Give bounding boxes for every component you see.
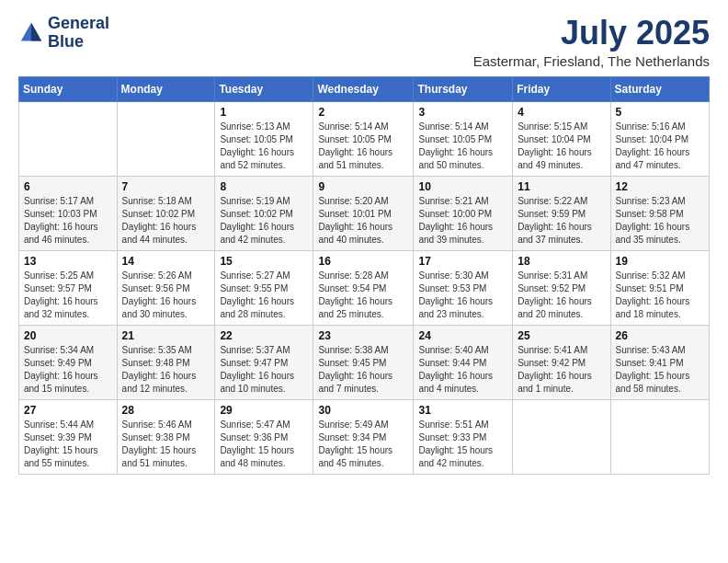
day-number: 29 (220, 404, 308, 417)
day-number: 28 (122, 404, 210, 417)
calendar-cell: 27Sunrise: 5:44 AM Sunset: 9:39 PM Dayli… (19, 399, 118, 474)
svg-marker-1 (31, 23, 41, 41)
day-info: Sunrise: 5:27 AM Sunset: 9:55 PM Dayligh… (220, 270, 308, 321)
column-header-monday: Monday (117, 76, 215, 101)
calendar-cell: 10Sunrise: 5:21 AM Sunset: 10:00 PM Dayl… (414, 176, 513, 250)
month-title: July 2025 (473, 15, 710, 52)
calendar-cell: 13Sunrise: 5:25 AM Sunset: 9:57 PM Dayli… (19, 250, 118, 325)
calendar-cell: 29Sunrise: 5:47 AM Sunset: 9:36 PM Dayli… (215, 399, 313, 474)
day-number: 18 (518, 255, 605, 268)
day-info: Sunrise: 5:46 AM Sunset: 9:38 PM Dayligh… (122, 419, 210, 470)
day-number: 23 (318, 329, 408, 342)
day-number: 2 (318, 106, 408, 119)
day-info: Sunrise: 5:37 AM Sunset: 9:47 PM Dayligh… (220, 344, 308, 396)
calendar-cell (19, 101, 118, 176)
day-number: 21 (122, 329, 210, 342)
day-info: Sunrise: 5:21 AM Sunset: 10:00 PM Daylig… (418, 195, 507, 247)
day-info: Sunrise: 5:31 AM Sunset: 9:52 PM Dayligh… (518, 270, 605, 321)
calendar-cell: 12Sunrise: 5:23 AM Sunset: 9:58 PM Dayli… (610, 176, 709, 250)
day-info: Sunrise: 5:18 AM Sunset: 10:02 PM Daylig… (122, 195, 210, 247)
day-info: Sunrise: 5:14 AM Sunset: 10:05 PM Daylig… (318, 121, 408, 172)
calendar-cell: 31Sunrise: 5:51 AM Sunset: 9:33 PM Dayli… (414, 399, 513, 474)
calendar-table: SundayMondayTuesdayWednesdayThursdayFrid… (18, 76, 710, 475)
day-info: Sunrise: 5:38 AM Sunset: 9:45 PM Dayligh… (318, 344, 408, 396)
calendar-cell: 30Sunrise: 5:49 AM Sunset: 9:34 PM Dayli… (313, 399, 414, 474)
week-row-2: 6Sunrise: 5:17 AM Sunset: 10:03 PM Dayli… (19, 176, 710, 250)
calendar-cell: 22Sunrise: 5:37 AM Sunset: 9:47 PM Dayli… (215, 325, 313, 399)
day-number: 4 (518, 106, 605, 119)
logo-text: General Blue (48, 15, 109, 52)
calendar-cell: 9Sunrise: 5:20 AM Sunset: 10:01 PM Dayli… (313, 176, 414, 250)
day-number: 10 (418, 180, 507, 193)
day-number: 31 (418, 404, 507, 417)
column-header-friday: Friday (513, 76, 610, 101)
calendar-cell: 25Sunrise: 5:41 AM Sunset: 9:42 PM Dayli… (513, 325, 610, 399)
location-title: Eastermar, Friesland, The Netherlands (473, 53, 710, 69)
week-row-5: 27Sunrise: 5:44 AM Sunset: 9:39 PM Dayli… (19, 399, 710, 474)
day-info: Sunrise: 5:15 AM Sunset: 10:04 PM Daylig… (518, 121, 605, 172)
calendar-cell: 5Sunrise: 5:16 AM Sunset: 10:04 PM Dayli… (610, 101, 709, 176)
day-info: Sunrise: 5:49 AM Sunset: 9:34 PM Dayligh… (318, 419, 408, 470)
column-header-thursday: Thursday (414, 76, 513, 101)
column-header-saturday: Saturday (610, 76, 709, 101)
day-number: 3 (418, 106, 507, 119)
calendar-cell: 24Sunrise: 5:40 AM Sunset: 9:44 PM Dayli… (414, 325, 513, 399)
day-number: 20 (24, 329, 112, 342)
calendar-cell: 17Sunrise: 5:30 AM Sunset: 9:53 PM Dayli… (414, 250, 513, 325)
day-info: Sunrise: 5:34 AM Sunset: 9:49 PM Dayligh… (24, 344, 112, 396)
day-number: 8 (220, 180, 308, 193)
day-number: 5 (616, 106, 704, 119)
week-row-4: 20Sunrise: 5:34 AM Sunset: 9:49 PM Dayli… (19, 325, 710, 399)
day-info: Sunrise: 5:16 AM Sunset: 10:04 PM Daylig… (616, 121, 704, 172)
day-number: 26 (616, 329, 704, 342)
calendar-cell: 4Sunrise: 5:15 AM Sunset: 10:04 PM Dayli… (513, 101, 610, 176)
day-info: Sunrise: 5:44 AM Sunset: 9:39 PM Dayligh… (24, 419, 112, 470)
day-number: 27 (24, 404, 112, 417)
day-number: 14 (122, 255, 210, 268)
calendar-cell: 6Sunrise: 5:17 AM Sunset: 10:03 PM Dayli… (19, 176, 118, 250)
day-info: Sunrise: 5:43 AM Sunset: 9:41 PM Dayligh… (616, 344, 704, 396)
calendar-cell: 18Sunrise: 5:31 AM Sunset: 9:52 PM Dayli… (513, 250, 610, 325)
calendar-cell: 8Sunrise: 5:19 AM Sunset: 10:02 PM Dayli… (215, 176, 313, 250)
calendar-cell: 16Sunrise: 5:28 AM Sunset: 9:54 PM Dayli… (313, 250, 414, 325)
calendar-cell: 28Sunrise: 5:46 AM Sunset: 9:38 PM Dayli… (117, 399, 215, 474)
title-section: July 2025 Eastermar, Friesland, The Neth… (473, 15, 710, 69)
day-info: Sunrise: 5:28 AM Sunset: 9:54 PM Dayligh… (318, 270, 408, 321)
calendar-cell: 19Sunrise: 5:32 AM Sunset: 9:51 PM Dayli… (610, 250, 709, 325)
day-number: 16 (318, 255, 408, 268)
calendar-cell: 20Sunrise: 5:34 AM Sunset: 9:49 PM Dayli… (19, 325, 118, 399)
calendar-cell: 11Sunrise: 5:22 AM Sunset: 9:59 PM Dayli… (513, 176, 610, 250)
calendar-cell (513, 399, 610, 474)
day-number: 12 (616, 180, 704, 193)
day-number: 7 (122, 180, 210, 193)
day-info: Sunrise: 5:32 AM Sunset: 9:51 PM Dayligh… (616, 270, 704, 321)
day-number: 19 (616, 255, 704, 268)
calendar-cell: 23Sunrise: 5:38 AM Sunset: 9:45 PM Dayli… (313, 325, 414, 399)
day-number: 24 (418, 329, 507, 342)
calendar-cell: 21Sunrise: 5:35 AM Sunset: 9:48 PM Dayli… (117, 325, 215, 399)
day-info: Sunrise: 5:23 AM Sunset: 9:58 PM Dayligh… (616, 195, 704, 247)
column-header-sunday: Sunday (19, 76, 118, 101)
day-info: Sunrise: 5:40 AM Sunset: 9:44 PM Dayligh… (418, 344, 507, 396)
day-number: 25 (518, 329, 605, 342)
day-number: 13 (24, 255, 112, 268)
column-header-wednesday: Wednesday (313, 76, 414, 101)
day-number: 15 (220, 255, 308, 268)
day-info: Sunrise: 5:20 AM Sunset: 10:01 PM Daylig… (318, 195, 408, 247)
calendar-cell: 7Sunrise: 5:18 AM Sunset: 10:02 PM Dayli… (117, 176, 215, 250)
day-number: 30 (318, 404, 408, 417)
day-info: Sunrise: 5:25 AM Sunset: 9:57 PM Dayligh… (24, 270, 112, 321)
day-number: 17 (418, 255, 507, 268)
logo: General Blue (18, 15, 109, 52)
day-info: Sunrise: 5:14 AM Sunset: 10:05 PM Daylig… (418, 121, 507, 172)
column-header-tuesday: Tuesday (215, 76, 313, 101)
day-number: 1 (220, 106, 308, 119)
day-info: Sunrise: 5:30 AM Sunset: 9:53 PM Dayligh… (418, 270, 507, 321)
calendar-cell (117, 101, 215, 176)
calendar-cell: 3Sunrise: 5:14 AM Sunset: 10:05 PM Dayli… (414, 101, 513, 176)
week-row-3: 13Sunrise: 5:25 AM Sunset: 9:57 PM Dayli… (19, 250, 710, 325)
day-number: 6 (24, 180, 112, 193)
day-info: Sunrise: 5:17 AM Sunset: 10:03 PM Daylig… (24, 195, 112, 247)
day-info: Sunrise: 5:35 AM Sunset: 9:48 PM Dayligh… (122, 344, 210, 396)
calendar-cell: 1Sunrise: 5:13 AM Sunset: 10:05 PM Dayli… (215, 101, 313, 176)
